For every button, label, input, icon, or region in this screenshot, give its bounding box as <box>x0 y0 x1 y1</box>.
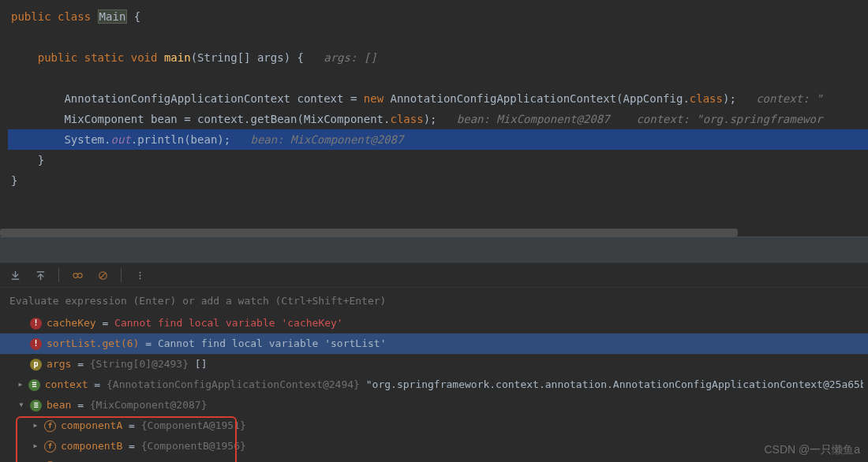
code-line: public class Main { <box>8 6 868 27</box>
glasses-icon[interactable] <box>70 268 84 282</box>
svg-point-2 <box>73 273 77 278</box>
expand-arrow-icon[interactable] <box>32 418 39 434</box>
param-icon: p <box>30 359 42 371</box>
toolbar-separator <box>121 268 122 282</box>
expand-arrow-icon[interactable] <box>17 377 24 393</box>
watch-row-componenta[interactable]: f componentA = {ComponentA@1951} <box>0 415 868 436</box>
error-icon: ! <box>30 318 42 330</box>
horizontal-scrollbar[interactable] <box>0 229 868 237</box>
object-icon: ≡ <box>28 379 40 391</box>
error-icon: ! <box>30 338 42 350</box>
evaluate-expression-row[interactable] <box>0 288 868 313</box>
expand-arrow-icon[interactable] <box>32 459 39 462</box>
code-line <box>8 68 868 88</box>
code-editor[interactable]: public class Main { public static void m… <box>0 0 868 237</box>
code-line: AnnotationConfigApplicationContext conte… <box>8 88 868 109</box>
code-line: } <box>8 170 868 191</box>
debug-toolbar <box>0 263 868 288</box>
watch-row-context[interactable]: ≡ context = {AnnotationConfigApplication… <box>0 374 868 395</box>
code-line: MixComponent bean = context.getBean(MixC… <box>8 109 868 129</box>
code-line: public static void main(String[] args) {… <box>8 47 868 68</box>
watch-row-bean[interactable]: ≡ bean = {MixComponent@2087} <box>0 395 868 415</box>
svg-point-7 <box>139 274 140 276</box>
field-icon: f <box>44 441 56 453</box>
object-icon: ≡ <box>30 400 42 412</box>
more-icon[interactable] <box>133 268 147 282</box>
svg-line-5 <box>99 272 106 278</box>
watch-row-sortlist[interactable]: ! sortList.get(6) = Cannot find local va… <box>0 333 868 354</box>
svg-point-8 <box>139 278 140 279</box>
code-line <box>8 27 868 47</box>
expand-arrow-icon[interactable] <box>32 438 39 454</box>
watch-row-componentc[interactable]: f componentC = {ComponentC@1961} <box>0 456 868 462</box>
watch-row-args[interactable]: p args = {String[0]@2493} [] <box>0 354 868 374</box>
variables-panel[interactable]: ! cacheKey = Cannot find local variable … <box>0 313 868 462</box>
evaluate-expression-input[interactable] <box>9 295 859 307</box>
watch-row-componentb[interactable]: f componentB = {ComponentB@1956} <box>0 436 868 456</box>
field-icon: f <box>44 420 56 432</box>
code-line: } <box>8 150 868 170</box>
step-out-icon[interactable] <box>33 268 47 282</box>
current-execution-line[interactable]: System.out.println(bean); bean: MixCompo… <box>8 129 868 150</box>
svg-point-3 <box>77 273 82 278</box>
disable-watch-icon[interactable] <box>95 268 110 282</box>
step-into-icon[interactable] <box>8 268 22 282</box>
watermark-text: CSDN @一只懒鱼a <box>764 443 860 457</box>
watch-row-cachekey[interactable]: ! cacheKey = Cannot find local variable … <box>0 313 868 333</box>
toolbar-separator <box>58 268 59 282</box>
collapse-arrow-icon[interactable] <box>17 397 25 413</box>
panel-divider[interactable] <box>0 237 868 263</box>
svg-point-6 <box>139 271 140 273</box>
